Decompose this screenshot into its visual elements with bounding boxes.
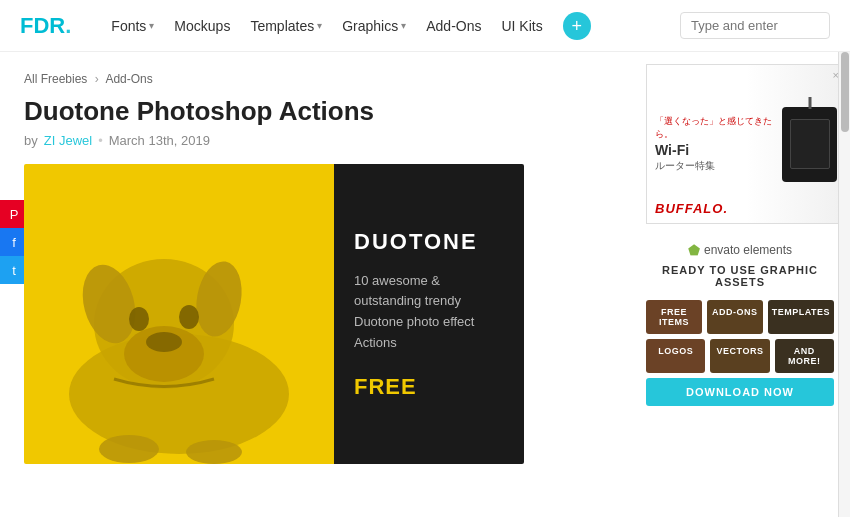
twitter-icon: t xyxy=(12,263,16,278)
right-sidebar: 「選くなった」と感じてきたら。 Wi-Fi ルーター特集 BUFFALO. × … xyxy=(630,52,850,517)
hero-image: DUOTONE 10 awesome & outstanding trendy … xyxy=(24,164,524,464)
envato-free-items-btn[interactable]: FREE ITEMS xyxy=(646,300,702,334)
facebook-icon: f xyxy=(12,235,16,250)
envato-templates-btn[interactable]: TEMPLATES xyxy=(768,300,834,334)
author-label: by xyxy=(24,133,38,148)
envato-download-button[interactable]: DOWNLOAD NOW xyxy=(646,378,834,406)
nav-item-graphics[interactable]: Graphics ▾ xyxy=(342,18,406,34)
nav-item-addons[interactable]: Add-Ons xyxy=(426,18,481,34)
svg-point-6 xyxy=(129,307,149,331)
envato-section: ⬟ envato elements READY TO USE GRAPHIC A… xyxy=(646,242,834,406)
breadcrumb-all-freebies[interactable]: All Freebies xyxy=(24,72,87,86)
page-meta: by ZI Jewel • March 13th, 2019 xyxy=(24,133,606,148)
pinterest-icon: P xyxy=(10,207,19,222)
breadcrumb-separator: › xyxy=(95,72,99,86)
ad-wifi-label: Wi-Fi xyxy=(655,143,782,158)
ad-brand: BUFFALO. xyxy=(655,201,728,216)
hero-product-title: DUOTONE xyxy=(354,229,504,255)
envato-grid-2: LOGOS VECTORS AND MORE! xyxy=(646,339,834,373)
envato-addons-btn[interactable]: ADD-ONS xyxy=(707,300,763,334)
svg-point-9 xyxy=(186,440,242,464)
envato-grid: FREE ITEMS ADD-ONS TEMPLATES xyxy=(646,300,834,334)
dog-illustration xyxy=(34,184,324,464)
svg-point-7 xyxy=(179,305,199,329)
chevron-down-icon: ▾ xyxy=(149,20,154,31)
scrollbar-thumb[interactable] xyxy=(841,52,849,132)
ad-wifi-sub: ルーター特集 xyxy=(655,159,782,173)
logo-dot: . xyxy=(65,13,71,38)
envato-vectors-btn[interactable]: VECTORS xyxy=(710,339,769,373)
hero-right-panel: DUOTONE 10 awesome & outstanding trendy … xyxy=(334,164,524,464)
advertisement-box: 「選くなった」と感じてきたら。 Wi-Fi ルーター特集 BUFFALO. × xyxy=(646,64,846,224)
logo-text: FDR xyxy=(20,13,65,38)
envato-tagline: READY TO USE GRAPHIC ASSETS xyxy=(646,264,834,288)
chevron-down-icon: ▾ xyxy=(401,20,406,31)
author-link[interactable]: ZI Jewel xyxy=(44,133,92,148)
hero-left-panel xyxy=(24,164,334,464)
article-content: All Freebies › Add-Ons Duotone Photoshop… xyxy=(0,52,630,517)
envato-logos-btn[interactable]: LOGOS xyxy=(646,339,705,373)
breadcrumb: All Freebies › Add-Ons xyxy=(24,72,606,86)
hero-description: 10 awesome & outstanding trendy Duotone … xyxy=(354,271,504,354)
nav-item-mockups[interactable]: Mockups xyxy=(174,18,230,34)
envato-logo-text: envato elements xyxy=(704,243,792,257)
add-button[interactable]: + xyxy=(563,12,591,40)
svg-point-8 xyxy=(99,435,159,463)
main-content: All Freebies › Add-Ons Duotone Photoshop… xyxy=(0,52,850,517)
header: FDR. Fonts ▾ Mockups Templates ▾ Graphic… xyxy=(0,0,850,52)
main-nav: Fonts ▾ Mockups Templates ▾ Graphics ▾ A… xyxy=(111,12,656,40)
meta-dot: • xyxy=(98,133,103,148)
chevron-down-icon: ▾ xyxy=(317,20,322,31)
nav-item-fonts[interactable]: Fonts ▾ xyxy=(111,18,154,34)
search-input[interactable] xyxy=(680,12,830,39)
envato-more-btn[interactable]: AND MORE! xyxy=(775,339,834,373)
logo[interactable]: FDR. xyxy=(20,13,71,39)
publish-date: March 13th, 2019 xyxy=(109,133,210,148)
nav-item-templates[interactable]: Templates ▾ xyxy=(250,18,322,34)
svg-point-5 xyxy=(146,332,182,352)
scrollbar[interactable] xyxy=(838,52,850,517)
envato-leaf-icon: ⬟ xyxy=(688,242,700,258)
hero-price-badge: FREE xyxy=(354,374,504,400)
ad-text-jp: 「選くなった」と感じてきたら。 xyxy=(655,115,782,141)
nav-item-uikits[interactable]: UI Kits xyxy=(501,18,542,34)
page-title: Duotone Photoshop Actions xyxy=(24,96,606,127)
envato-logo: ⬟ envato elements xyxy=(646,242,834,258)
breadcrumb-addons[interactable]: Add-Ons xyxy=(105,72,152,86)
